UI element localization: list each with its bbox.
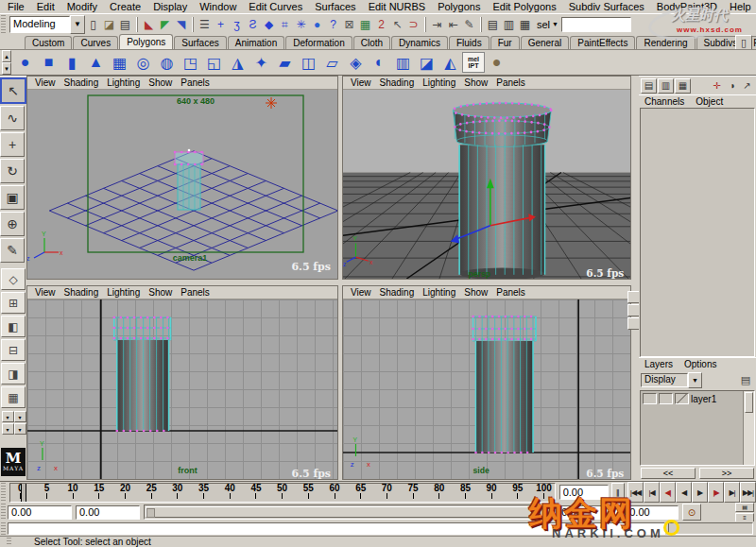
tab-curves[interactable]: Curves: [73, 36, 118, 49]
viewport-menu-item[interactable]: Shading: [380, 77, 415, 88]
render-sequence-icon[interactable]: ▦: [517, 16, 533, 33]
side-viewport-canvas[interactable]: side 6.5 fps Y zx: [343, 299, 630, 479]
shelf-tab-up-arrow[interactable]: ▴: [2, 50, 11, 62]
channel-layout-mixed-icon[interactable]: ▥: [658, 78, 674, 94]
snap-to-view-planes-icon[interactable]: ◆: [261, 16, 277, 33]
poly-cube-icon[interactable]: ■: [37, 51, 60, 74]
tab-rendering[interactable]: Rendering: [636, 36, 695, 49]
viewport-menu-item[interactable]: Show: [464, 77, 488, 88]
extrude-edge-icon[interactable]: ◱: [202, 51, 226, 74]
connections-in-icon[interactable]: ⇥: [429, 16, 445, 33]
menu-create[interactable]: Create: [110, 1, 141, 12]
extrude-face-icon[interactable]: ◳: [179, 51, 202, 74]
command-line-input[interactable]: [8, 522, 665, 535]
layer-row[interactable]: layer1: [641, 391, 754, 406]
create-layer-icon[interactable]: ▤: [737, 373, 754, 387]
poly-sphere-icon[interactable]: ●: [13, 51, 37, 74]
viewport-menu-item[interactable]: Lighting: [107, 287, 140, 298]
render-globals-icon[interactable]: ●: [309, 16, 325, 33]
viewport-menu-item[interactable]: Show: [148, 77, 172, 88]
menu-polygons[interactable]: Polygons: [438, 1, 480, 12]
current-time-field[interactable]: [559, 485, 609, 500]
tab-custom[interactable]: Custom: [25, 36, 72, 49]
menu-help[interactable]: Help: [730, 1, 751, 12]
viewport-menu-item[interactable]: Show: [148, 287, 172, 298]
select-tool[interactable]: ↖: [0, 77, 26, 104]
layers-prev-button[interactable]: <<: [641, 468, 696, 479]
menu-set-dropdown[interactable]: Modeling ▼: [9, 15, 85, 34]
menu-display[interactable]: Display: [153, 1, 187, 12]
boolean-icon[interactable]: ◐: [368, 51, 391, 74]
connections-out-icon[interactable]: ⇤: [445, 16, 461, 33]
split-polygon-icon[interactable]: ◫: [297, 51, 320, 74]
channel-box-area[interactable]: [640, 108, 755, 357]
go-to-end-button[interactable]: ▶▶|: [740, 482, 756, 503]
tab-dynamics[interactable]: Dynamics: [391, 36, 448, 49]
make-live-icon[interactable]: ⌗: [277, 16, 293, 33]
scale-tool[interactable]: ▣: [0, 185, 25, 210]
quick-select-dropdown[interactable]: sel▼: [537, 19, 558, 30]
quick-select-input[interactable]: [561, 17, 631, 32]
persp-viewport-canvas[interactable]: persp 6.5 fps Y x z: [343, 90, 630, 279]
current-time-marker[interactable]: [21, 484, 26, 502]
step-back-key-button[interactable]: ◀|: [660, 482, 676, 503]
time-ruler[interactable]: 0510152025303540455055606570758085909510…: [9, 483, 556, 503]
toolbar-separator[interactable]: [134, 17, 140, 32]
scrollbar-thumb[interactable]: [745, 392, 753, 413]
command-line-toggle-button[interactable]: ≡: [735, 513, 754, 522]
viewport-menu-item[interactable]: Shading: [64, 77, 99, 88]
layout-persp-outliner[interactable]: ◧: [1, 316, 26, 337]
construction-history-icon[interactable]: ✳: [293, 16, 309, 33]
step-forward-frame-button[interactable]: ▶|: [724, 482, 740, 503]
layer-mode-dropdown[interactable]: Display ▼: [641, 372, 702, 388]
menu-edit[interactable]: Edit: [37, 1, 55, 12]
layout-four-pane[interactable]: ⊞: [1, 292, 26, 314]
normals-icon[interactable]: ◭: [438, 51, 462, 74]
open-scene-icon[interactable]: ◪: [101, 16, 117, 33]
viewport-menu-item[interactable]: Shading: [64, 287, 99, 298]
playback-end-field[interactable]: [546, 505, 610, 520]
viewport-menu-item[interactable]: View: [35, 287, 56, 298]
toolbar-separator[interactable]: [478, 17, 484, 32]
select-component-mode-icon[interactable]: ◥: [173, 16, 189, 33]
auto-keyframe-button[interactable]: ⊙: [682, 504, 701, 521]
poly-plane-icon[interactable]: ▦: [108, 51, 131, 74]
pane-menu-2[interactable]: ▾: [14, 411, 26, 422]
rock-texture-icon[interactable]: ●: [485, 51, 508, 74]
pane-menu-3[interactable]: ▾: [2, 423, 14, 435]
show-manipulator-tool[interactable]: ⊕: [0, 212, 25, 236]
tab-fluids[interactable]: Fluids: [449, 36, 490, 49]
object-menu[interactable]: Object: [696, 96, 723, 107]
toolbar-separator[interactable]: [422, 17, 428, 32]
viewport-menu-item[interactable]: Show: [464, 287, 488, 298]
channels-menu[interactable]: Channels: [644, 96, 684, 107]
anim-start-field[interactable]: [8, 505, 72, 520]
playback-start-field[interactable]: [76, 505, 140, 520]
play-forwards-button[interactable]: ▶: [692, 482, 708, 503]
viewport-menu-item[interactable]: Lighting: [422, 77, 455, 88]
shelf-tab-down-arrow[interactable]: ▾: [2, 62, 11, 75]
snap-to-points-icon[interactable]: Ƨ: [245, 16, 261, 33]
render-current-frame-icon[interactable]: ▤: [485, 16, 501, 33]
camera-viewport-canvas[interactable]: 640 x 480 camera1 6.5 fps Y x z: [27, 90, 337, 279]
snap-to-curves-icon[interactable]: ʒ: [229, 16, 245, 33]
select-hierarchy-icon[interactable]: ◣: [141, 16, 157, 33]
snap-to-grids-icon[interactable]: +: [213, 16, 229, 33]
poly-torus-icon[interactable]: ◎: [131, 51, 155, 74]
layout-hypershade[interactable]: ◨: [1, 363, 26, 385]
tab-general[interactable]: General: [521, 36, 570, 49]
tab-animation[interactable]: Animation: [228, 36, 284, 49]
layers-menu[interactable]: Layers: [644, 359, 673, 369]
menu-bodypaint3d[interactable]: BodyPaint3D: [657, 1, 717, 12]
layout-multi[interactable]: ▦: [1, 386, 26, 408]
poly-cone-icon[interactable]: ▲: [84, 51, 108, 74]
layer-scrollbar[interactable]: [743, 391, 754, 465]
paint-effects-panel-icon[interactable]: ✎: [461, 16, 477, 33]
select-object-mode-icon[interactable]: ◤: [157, 16, 173, 33]
chevron-down-icon[interactable]: ▼: [70, 15, 85, 34]
menu-edit-nurbs[interactable]: Edit NURBS: [369, 1, 426, 12]
combine-icon[interactable]: ◈: [344, 51, 368, 74]
tab-painteffects[interactable]: PaintEffects: [570, 36, 635, 49]
options-menu[interactable]: Options: [684, 359, 716, 369]
lock-icon[interactable]: ⊠: [341, 16, 357, 33]
